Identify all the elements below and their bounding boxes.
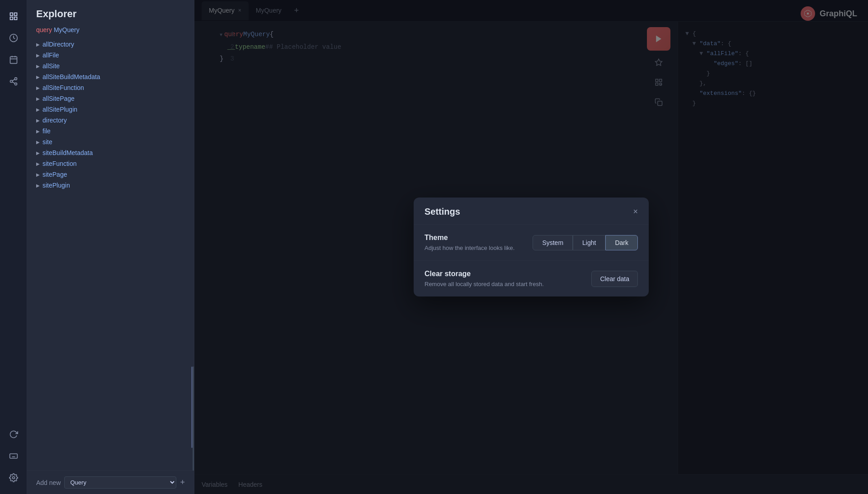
svg-rect-1 xyxy=(14,13,17,16)
tree-item-directory[interactable]: ▶ directory xyxy=(27,115,194,126)
tree-arrow: ▶ xyxy=(36,161,40,166)
tree-item-label: allSitePlugin xyxy=(42,106,77,113)
tree-item-label: allSite xyxy=(42,62,60,70)
clear-storage-title: Clear storage xyxy=(425,270,544,278)
tree-arrow: ▶ xyxy=(36,183,40,188)
main-content: GraphiQL MyQuery × MyQuery + 1 ▼ query M… xyxy=(194,0,868,494)
theme-title: Theme xyxy=(425,234,514,242)
query-line: query MyQuery xyxy=(27,24,194,37)
explorer-panel: Explorer query MyQuery ▶ allDirectory ▶ … xyxy=(27,0,194,494)
tree-item-label: allDirectory xyxy=(42,41,74,48)
modal-title: Settings xyxy=(425,207,460,217)
tree-item-label: site xyxy=(42,138,52,146)
tree-item-allSitePage[interactable]: ▶ allSitePage xyxy=(27,93,194,104)
tree-arrow: ▶ xyxy=(36,42,40,47)
tree-arrow: ▶ xyxy=(36,172,40,177)
sidebar-icon-explorer[interactable] xyxy=(5,7,23,25)
explorer-title: Explorer xyxy=(27,0,194,24)
tree-item-allDirectory[interactable]: ▶ allDirectory xyxy=(27,39,194,50)
modal-header: Settings × xyxy=(414,198,649,225)
tree-item-label: siteFunction xyxy=(42,160,76,167)
tree-item-label: allFile xyxy=(42,52,59,59)
sidebar-icon-refresh[interactable] xyxy=(5,425,23,443)
tree-item-allSitePlugin[interactable]: ▶ allSitePlugin xyxy=(27,104,194,115)
tree-item-label: allSitePage xyxy=(42,95,75,102)
tree-item-allSiteFunction[interactable]: ▶ allSiteFunction xyxy=(27,82,194,93)
sidebar-icon-bookmark[interactable] xyxy=(5,51,23,69)
svg-point-11 xyxy=(14,83,17,85)
tree-item-allSiteBuildMetadata[interactable]: ▶ allSiteBuildMetadata xyxy=(27,71,194,82)
query-name[interactable]: MyQuery xyxy=(54,26,80,33)
tree-arrow: ▶ xyxy=(36,96,40,101)
theme-dark-button[interactable]: Dark xyxy=(605,235,638,250)
left-sidebar xyxy=(0,0,27,494)
clear-storage-section: Clear storage Remove all locally stored … xyxy=(414,261,649,296)
add-new-plus-button[interactable]: + xyxy=(180,478,185,487)
explorer-tree: ▶ allDirectory ▶ allFile ▶ allSite ▶ all… xyxy=(27,37,194,367)
tree-item-site[interactable]: ▶ site xyxy=(27,136,194,147)
add-new-label: Add new xyxy=(36,479,61,486)
svg-rect-5 xyxy=(10,56,17,63)
tree-item-label: siteBuildMetadata xyxy=(42,149,93,156)
svg-point-9 xyxy=(14,78,17,80)
svg-line-13 xyxy=(12,79,15,80)
tree-item-label: file xyxy=(42,127,51,135)
tree-arrow: ▶ xyxy=(36,129,40,134)
theme-section: Theme Adjust how the interface looks lik… xyxy=(414,225,649,261)
clear-data-button[interactable]: Clear data xyxy=(591,271,638,287)
add-new-bar: Add new Query Mutation Subscription + xyxy=(27,470,194,494)
tree-item-label: sitePage xyxy=(42,171,67,178)
tree-item-file[interactable]: ▶ file xyxy=(27,126,194,136)
modal-overlay[interactable]: Settings × Theme Adjust how the interfac… xyxy=(194,0,868,494)
svg-point-10 xyxy=(10,80,12,83)
modal-close-button[interactable]: × xyxy=(633,207,638,216)
tree-arrow: ▶ xyxy=(36,64,40,69)
tree-item-sitePlugin[interactable]: ▶ sitePlugin xyxy=(27,180,194,191)
tree-item-label: allSiteBuildMetadata xyxy=(42,73,100,80)
tree-arrow: ▶ xyxy=(36,118,40,123)
tree-arrow: ▶ xyxy=(36,107,40,112)
svg-rect-0 xyxy=(10,13,13,16)
sidebar-icon-share[interactable] xyxy=(5,72,23,90)
clear-storage-row: Clear storage Remove all locally stored … xyxy=(425,270,638,287)
query-keyword: query xyxy=(36,26,52,33)
theme-row: Theme Adjust how the interface looks lik… xyxy=(425,234,638,251)
sidebar-icon-history[interactable] xyxy=(5,29,23,47)
svg-rect-14 xyxy=(9,454,17,458)
tree-item-sitePage[interactable]: ▶ sitePage xyxy=(27,169,194,180)
tree-item-allFile[interactable]: ▶ allFile xyxy=(27,50,194,61)
theme-light-button[interactable]: Light xyxy=(573,235,605,250)
theme-description: Adjust how the interface looks like. xyxy=(425,245,514,251)
clear-storage-description: Remove all locally stored data and start… xyxy=(425,281,544,287)
theme-text: Theme Adjust how the interface looks lik… xyxy=(425,234,514,251)
svg-rect-3 xyxy=(14,17,17,20)
tree-item-label: directory xyxy=(42,117,67,124)
tree-item-allSite[interactable]: ▶ allSite xyxy=(27,61,194,71)
theme-buttons: System Light Dark xyxy=(533,235,638,250)
add-new-select[interactable]: Query Mutation Subscription xyxy=(64,476,176,489)
svg-point-20 xyxy=(12,477,14,479)
clear-storage-text: Clear storage Remove all locally stored … xyxy=(425,270,544,287)
sidebar-icon-settings[interactable] xyxy=(5,469,23,487)
settings-modal: Settings × Theme Adjust how the interfac… xyxy=(414,198,649,296)
tree-item-label: sitePlugin xyxy=(42,182,70,189)
tree-item-siteFunction[interactable]: ▶ siteFunction xyxy=(27,158,194,169)
theme-system-button[interactable]: System xyxy=(533,235,573,250)
tree-arrow: ▶ xyxy=(36,53,40,58)
tree-arrow: ▶ xyxy=(36,75,40,80)
svg-rect-2 xyxy=(10,17,13,20)
tree-item-siteBuildMetadata[interactable]: ▶ siteBuildMetadata xyxy=(27,147,194,158)
tree-arrow: ▶ xyxy=(36,151,40,155)
svg-line-12 xyxy=(12,82,15,83)
sidebar-icon-keyboard[interactable] xyxy=(5,447,23,465)
tree-item-label: allSiteFunction xyxy=(42,84,84,91)
tree-arrow: ▶ xyxy=(36,140,40,145)
tree-arrow: ▶ xyxy=(36,85,40,90)
